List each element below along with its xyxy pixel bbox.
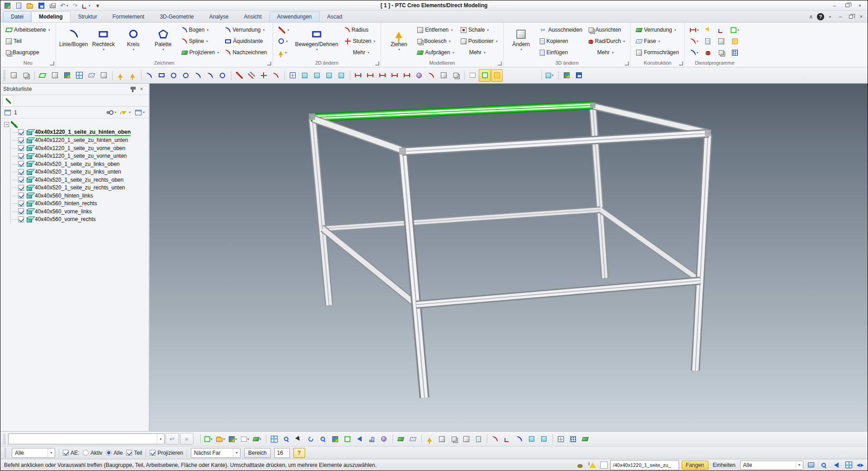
tab-3d-geometrie[interactable]: 3D-Geometrie [152,11,201,22]
command-dropdown-arrow[interactable]: ▾ [157,434,164,444]
doc-close-button[interactable]: × [857,13,866,21]
profil-plus-icon[interactable]: ▾ [526,433,538,445]
save-button[interactable] [36,1,46,10]
visibility-checkbox[interactable] [18,145,24,151]
fangen-button[interactable]: Fangen [682,461,708,470]
baugruppe-laden-icon[interactable]: ▾ [215,433,226,445]
messen-winkel-button[interactable]: ▾ [688,36,701,47]
rechner-button[interactable]: ▾ [728,47,742,58]
stutzen-button[interactable]: Stutzen ▾ [343,36,377,46]
bemassung-parallel-icon[interactable]: ▾ [377,69,388,82]
cancel-button[interactable]: × [180,433,193,445]
open-button[interactable] [25,1,35,10]
auswahl-cursor-icon[interactable]: ▾ [292,433,304,445]
dialog-launcher[interactable] [50,61,54,66]
app-menu-button[interactable] [2,1,12,10]
tab-analyse[interactable]: Analyse [202,11,236,22]
projizieren-button[interactable]: Projizieren ▾ [180,47,221,57]
collapse-ribbon-button[interactable]: ∧ [807,13,816,21]
ae-durch-koerper-icon[interactable]: ▾ [61,69,73,82]
enter-button[interactable]: ↵ [165,433,179,445]
zoom-plus-icon[interactable]: ▾ [317,433,329,445]
rechteck-icon[interactable]: ▾ [156,69,167,82]
view-options-button[interactable]: ▾ [134,109,146,116]
bemassung-kette-icon[interactable]: ▾ [401,69,413,82]
verrunden-schnell-icon[interactable]: ▾ [395,433,406,445]
visibility-checkbox[interactable] [18,193,24,198]
profil-drehen-icon[interactable]: ▾ [323,69,335,82]
minimize-button[interactable]: – [829,2,840,9]
huelle-icon[interactable]: ▾ [579,433,591,445]
spline-button[interactable]: Spline ▾ [180,36,221,46]
kreis-icon[interactable]: ▾ [180,69,192,82]
arbeitsebene-button[interactable]: Arbeitsebene ▾ [4,25,52,35]
visibility-checkbox[interactable] [18,169,24,175]
verrundung-2d-button[interactable]: Verrundung ▾ [223,25,269,35]
doc-restore-button[interactable] [846,13,855,21]
bogen-button[interactable]: Bogen ▾ [180,25,221,35]
visibility-checkbox[interactable] [18,137,24,143]
einheiten-button[interactable]: Einheiten [711,462,737,468]
mehr-3d-button[interactable]: Mehr ▾ [587,47,627,57]
linienfarbe-icon[interactable]: ▾ [203,433,214,445]
schale-button[interactable]: Schale ▾ [459,25,500,35]
ae-checkbox-box[interactable] [63,450,69,456]
kurve-icon[interactable]: ▾ [514,433,525,445]
farbe-button[interactable]: ▾ [728,24,742,36]
doc-minimize-button[interactable]: – [836,13,845,21]
geometrie-pruefen-icon[interactable]: ▾ [438,69,449,82]
lineal-icon[interactable]: ▾ [491,69,503,82]
tabelle-icon[interactable]: ▾ [567,433,579,445]
visibility-checkbox[interactable] [18,185,24,191]
ziehen-achse-icon[interactable]: ▾ [424,433,435,445]
print-button[interactable] [47,1,57,10]
debug-button[interactable] [575,461,585,470]
projizieren-checkbox-box[interactable] [150,450,156,456]
ziehen-button[interactable]: Ziehen ▾ [384,24,414,58]
langloch-icon[interactable]: ▾ [217,69,228,82]
teil-checkbox[interactable]: Teil [126,450,142,456]
selection-mode-select[interactable]: Alle ▾ [12,448,55,458]
tab-ansicht[interactable]: Ansicht [236,11,269,22]
zeichenebene-icon[interactable]: ▾ [467,69,478,82]
close-button[interactable]: × [854,2,866,9]
formschraegen-button[interactable]: Formschrägen ▾ [634,47,680,57]
tree-item-links-unten[interactable]: 40x40x520_1_seite_zu_links_unten [13,168,149,176]
dialog-launcher[interactable] [498,61,502,66]
ae-checkbox[interactable]: AE: [63,450,79,456]
positionier-button[interactable]: Positionier ▾ [459,36,500,46]
auswahl-button[interactable]: ▾ [701,24,715,36]
dialog-launcher[interactable] [625,61,629,66]
teil-checkbox-box[interactable] [126,450,132,456]
zoom-fenster-icon[interactable]: ▾ [280,433,292,445]
alle-radio[interactable]: Alle [106,450,123,456]
geometrie-kopieren-icon[interactable]: ▾ [450,69,462,82]
tree-root[interactable] [4,120,149,128]
bewegen-dehnen-button[interactable]: Bewegen/Dehnen ▾ [293,24,341,58]
restore-button[interactable] [841,2,853,9]
messen-kurve-button[interactable]: ▾ [688,47,701,58]
baugruppe-button[interactable]: Baugruppe ▾ [4,47,52,57]
schnellspeichern-icon[interactable]: ▾ [573,69,585,82]
mehr-modellieren-button[interactable]: Mehr ▾ [459,47,500,57]
macro-button[interactable]: ▾ [81,1,91,10]
winkel-icon[interactable]: ▾ [270,69,282,82]
ausrichten-button[interactable]: Ausrichten ▾ [587,25,627,35]
tree-item-vorne-rechts[interactable]: 40x40x560_vorne_rechts [13,216,149,224]
schattierung-icon[interactable]: ▾ [329,433,341,445]
aufpraegen-button[interactable]: Aufprägen ▾ [415,47,456,57]
select-window-button[interactable] [819,461,829,470]
flaechen-modus-icon[interactable]: ▾ [251,433,263,445]
fit-view-button[interactable] [844,461,854,470]
tree-item-vorne-links[interactable]: 40x40x560_vorne_links [13,207,149,216]
kreis-button[interactable]: Kreis ▾ [118,24,148,58]
radius-button[interactable]: Radius ▾ [343,25,377,35]
explosion-button[interactable]: ▾ [715,24,728,36]
render-modus-icon[interactable]: ▾ [561,69,572,82]
koerper-kopieren-icon[interactable]: ▾ [448,433,460,445]
ae-positionieren-icon[interactable]: ▾ [98,69,109,82]
bereich-value-input[interactable]: 16 [274,448,290,458]
polylinie-icon[interactable]: ▾ [143,69,155,82]
console-button[interactable] [806,461,816,470]
messen-linear-button[interactable]: ▾ [688,24,701,36]
